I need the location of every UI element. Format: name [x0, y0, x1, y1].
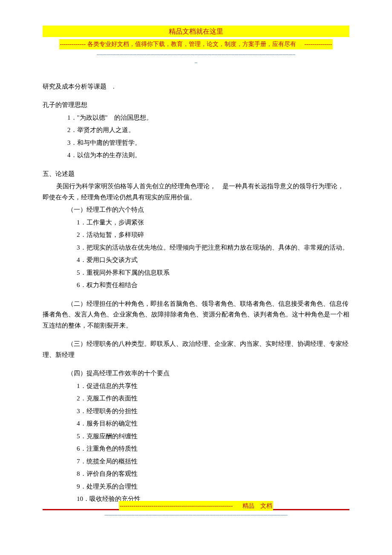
paragraph: （二）经理担任的十种角色，即挂名首脑角色、领导者角色、联络者角色、信息接受者角色…	[43, 299, 349, 331]
list-item: 6．注重角色的特质性	[43, 443, 349, 454]
section-heading: 孔子的管理思想	[43, 100, 349, 111]
footer-divider: ----------------------------------------…	[43, 511, 349, 518]
list-item: 3．把现实的活动放在优先地位。经理倾向于把注意和精力放在现场的、具体的、非常规的…	[43, 242, 349, 253]
list-item: 1．工作量大，步调紧张	[43, 217, 349, 228]
paragraph: 研究及成本分析等课题 .	[43, 81, 349, 92]
list-item: 1．促进信息的共享性	[43, 381, 349, 392]
header-subtitle: ------------- 各类专业好文档，值得你下载，教育，管理，论文，制度，…	[43, 39, 349, 50]
list-item: 3．经理职务的分担性	[43, 406, 349, 417]
list-item: 6．权力和责任相结合	[43, 280, 349, 291]
paragraph: 美国行为科学家明茨伯格等人首先创立的经理角色理论， 是一种具有长远指导意义的领导…	[43, 181, 349, 203]
list-item: 9．处理关系的合理性	[43, 481, 349, 492]
paragraph: （三）经理职务的八种类型。即联系人、政治经理、企业家、内当家、实时经理、协调经理…	[43, 339, 349, 360]
header-subtitle-text: 各类专业好文档，值得你下载，教育，管理，论文，制度，方案手册，应有尽有	[86, 41, 297, 47]
list-item: 2．克服工作的表面性	[43, 393, 349, 404]
header-dash-right: --------------	[304, 41, 332, 47]
list-item: 2．举贤才的用人之道。	[43, 125, 349, 136]
footer-label: 精品 文档	[242, 503, 272, 509]
footer-dash-left: ----------------------------------------…	[120, 503, 233, 509]
subsection-heading: （四）提高经理工作效率的十个要点	[43, 368, 349, 379]
list-item: 3．和与中庸的管理哲学。	[43, 138, 349, 149]
list-item: 4．服务目标的确定性	[43, 418, 349, 429]
subsection-heading: （一）经理工作的六个特点	[43, 204, 349, 216]
header-title: 精品文档就在这里	[43, 26, 349, 37]
list-item: 4．以信为本的生存法则。	[43, 150, 349, 161]
document-content: 研究及成本分析等课题 . 孔子的管理思想 1．"为政以德" 的治国思想。 2．举…	[43, 81, 349, 510]
header-divider-1: ----------------------------------------…	[43, 51, 349, 58]
header-divider-2: --	[43, 59, 349, 66]
list-item: 2．活动短暂，多样琐碎	[43, 230, 349, 241]
list-item: 5．克服应酬的纠缠性	[43, 431, 349, 442]
header-dash-left: -------------	[60, 41, 86, 47]
list-item: 4．爱用口头交谈方式	[43, 255, 349, 266]
list-item: 8．评价自身的客观性	[43, 469, 349, 480]
list-item: 7．统揽全局的概括性	[43, 456, 349, 467]
list-item: 1．"为政以德" 的治国思想。	[43, 112, 349, 124]
section-heading: 五、论述题	[43, 169, 349, 180]
list-item: 5．重视同外界和下属的信息联系	[43, 267, 349, 279]
footer: ----------------------------------------…	[43, 500, 349, 519]
